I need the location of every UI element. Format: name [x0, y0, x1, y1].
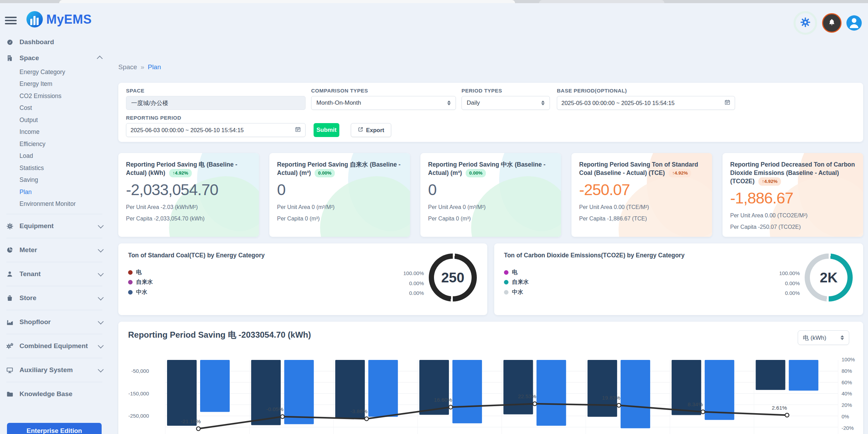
- breadcrumb-space[interactable]: Space: [118, 63, 137, 71]
- user-avatar[interactable]: [846, 15, 862, 31]
- legend-dot: [128, 280, 133, 284]
- comparison-types-label: COMPARISON TYPES: [311, 88, 368, 94]
- chevron-down-icon: [98, 343, 104, 348]
- sidebar-item-knowledge-base[interactable]: Knowledge Base: [0, 386, 109, 402]
- svg-text:19.83%: 19.83%: [602, 395, 621, 401]
- period-types-select[interactable]: Daily: [461, 96, 550, 110]
- bar-line-chart-canvas[interactable]: -50,000-150,000-250,000100%80%60%40%20%0…: [118, 355, 863, 434]
- sidebar-subitem-output[interactable]: Output: [19, 114, 109, 126]
- divider: [6, 214, 102, 214]
- tco2e-donut-chart[interactable]: 2K: [805, 254, 853, 302]
- sidebar-item-label: Dashboard: [19, 38, 54, 46]
- enterprise-edition-button[interactable]: Enterprise Edition: [7, 423, 102, 434]
- gear-icon: [800, 17, 811, 29]
- breadcrumb: Space»Plan: [118, 63, 161, 71]
- legend-item[interactable]: 电: [504, 267, 853, 278]
- export-button[interactable]: Export: [351, 123, 391, 137]
- divider: [6, 382, 102, 382]
- settings-button[interactable]: [794, 11, 817, 35]
- sidebar-subitem-statistics[interactable]: Statistics: [19, 162, 109, 174]
- pie-meter-icon: [5, 247, 15, 254]
- filter-panel: SPACE COMPARISON TYPES Month-On-Month PE…: [118, 83, 863, 142]
- legend-item[interactable]: 电: [128, 267, 478, 278]
- legend-item[interactable]: 中水: [504, 287, 853, 297]
- energy-unit-select[interactable]: 电 (kWh): [798, 330, 849, 345]
- sidebar-item-tenant[interactable]: Tenant: [0, 266, 109, 282]
- sidebar-item-label: Auxiliary System: [19, 366, 73, 374]
- stat-card-title: Reporting Period Saving 自来水 (Baseline - …: [277, 161, 402, 177]
- stat-card-tce-saving: Reporting Period Saving Ton of Standard …: [571, 153, 712, 237]
- legend: 电 自来水 中水: [128, 267, 478, 297]
- svg-text:-250,000: -250,000: [128, 413, 149, 419]
- base-period-label: BASE PERIOD(OPTIONAL): [557, 88, 627, 94]
- sidebar-subitem-efficiency[interactable]: Efficiency: [19, 138, 109, 150]
- select-arrows-icon: [447, 101, 451, 106]
- svg-text:-21.18%: -21.18%: [181, 418, 201, 424]
- sidebar-item-combined-equipment[interactable]: Combined Equipment: [0, 338, 109, 354]
- monitor-icon: [5, 366, 15, 374]
- legend-item[interactable]: 自来水: [128, 278, 478, 288]
- per-unit-area: Per Unit Area 0.00 (TCO2E/M²): [730, 212, 855, 219]
- svg-text:40%: 40%: [842, 391, 852, 396]
- svg-text:22.53%: 22.53%: [518, 393, 536, 399]
- stat-card-title: Reporting Period Saving Ton of Standard …: [579, 161, 704, 177]
- stat-card-electricity-saving: Reporting Period Saving 电 (Baseline - Ac…: [118, 153, 259, 237]
- sidebar-subitem-energy-item[interactable]: Energy Item: [19, 78, 109, 90]
- svg-text:80%: 80%: [842, 368, 852, 374]
- submit-button[interactable]: Submit: [314, 123, 339, 137]
- sidebar-item-dashboard[interactable]: Dashboard: [0, 34, 109, 50]
- sidebar-item-label: Combined Equipment: [19, 342, 88, 350]
- sidebar-subitem-cost[interactable]: Cost: [19, 102, 109, 114]
- space-input[interactable]: [126, 96, 306, 110]
- sidebar-item-space[interactable]: Space: [0, 50, 109, 66]
- sidebar-item-shopfloor[interactable]: Shopfloor: [0, 314, 109, 330]
- trend-badge: ↑4.92%: [169, 169, 192, 177]
- donut-card-title: Ton of Carbon Dioxide Emissions(TCO2E) b…: [504, 252, 853, 259]
- sidebar-subitem-plan[interactable]: Plan: [19, 186, 109, 198]
- stat-card-title: Reporting Period Saving 电 (Baseline - Ac…: [126, 161, 251, 177]
- bell-icon: [828, 18, 836, 28]
- app-logo[interactable]: MyEMS: [26, 11, 92, 27]
- base-period-input[interactable]: 2025-05-03 00:00:00 ~ 2025-05-10 15:54:1…: [557, 96, 735, 110]
- trend-badge: ↑4.92%: [669, 169, 691, 177]
- donut-center-value: 2K: [810, 259, 847, 296]
- tce-donut-chart[interactable]: 250: [429, 254, 477, 302]
- notifications-button[interactable]: [822, 13, 842, 33]
- per-unit-area: Per Unit Area 0 (m³/M²): [428, 204, 553, 210]
- legend-item[interactable]: 中水: [128, 287, 478, 297]
- svg-text:8.34%: 8.34%: [688, 401, 703, 407]
- sidebar-subitem-energy-category[interactable]: Energy Category: [19, 66, 109, 78]
- sidebar-subitem-environment-monitor[interactable]: Environment Monitor: [19, 198, 109, 210]
- sidebar-subitem-saving[interactable]: Saving: [19, 174, 109, 186]
- breadcrumb-plan[interactable]: Plan: [148, 63, 161, 71]
- stat-card-water-saving: Reporting Period Saving 自来水 (Baseline - …: [269, 153, 410, 237]
- legend: 电 自来水 中水: [504, 267, 853, 297]
- stat-card-title: Reporting Period Decreased Ton of Carbon…: [730, 161, 855, 186]
- stat-card-value: 0: [428, 181, 553, 199]
- sidebar-item-auxiliary-system[interactable]: Auxiliary System: [0, 362, 109, 378]
- sidebar-subitem-income[interactable]: Income: [19, 126, 109, 138]
- person-icon: [847, 15, 861, 31]
- svg-text:0%: 0%: [842, 413, 849, 419]
- saving-chart-card: Reporting Period Saving 电 -2033054.70 (k…: [118, 322, 863, 434]
- calendar-icon[interactable]: [295, 126, 301, 134]
- sidebar-item-store[interactable]: Store: [0, 290, 109, 306]
- legend-percents: 100.00% 0.00% 0.00%: [403, 268, 424, 298]
- donut-center-value: 250: [434, 259, 472, 296]
- svg-text:-150,000: -150,000: [128, 391, 149, 396]
- legend-dot: [504, 270, 508, 275]
- sidebar-subitem-co2-emissions[interactable]: CO2 Emissions: [19, 90, 109, 102]
- per-capita: Per Capita 0 (m³): [277, 216, 402, 222]
- divider: [6, 262, 102, 262]
- legend-item[interactable]: 自来水: [504, 278, 853, 288]
- reporting-period-input[interactable]: 2025-06-03 00:00:00 ~ 2025-06-10 15:54:1…: [126, 123, 306, 137]
- sidebar-item-label: Equipment: [19, 222, 54, 230]
- divider: [6, 334, 102, 334]
- factory-icon: [5, 319, 15, 326]
- comparison-types-select[interactable]: Month-On-Month: [311, 96, 456, 110]
- calendar-icon[interactable]: [724, 99, 731, 107]
- hamburger-menu-button[interactable]: [5, 17, 17, 25]
- sidebar-subitem-load[interactable]: Load: [19, 150, 109, 162]
- sidebar-item-equipment[interactable]: Equipment: [0, 218, 109, 234]
- sidebar-item-meter[interactable]: Meter: [0, 242, 109, 258]
